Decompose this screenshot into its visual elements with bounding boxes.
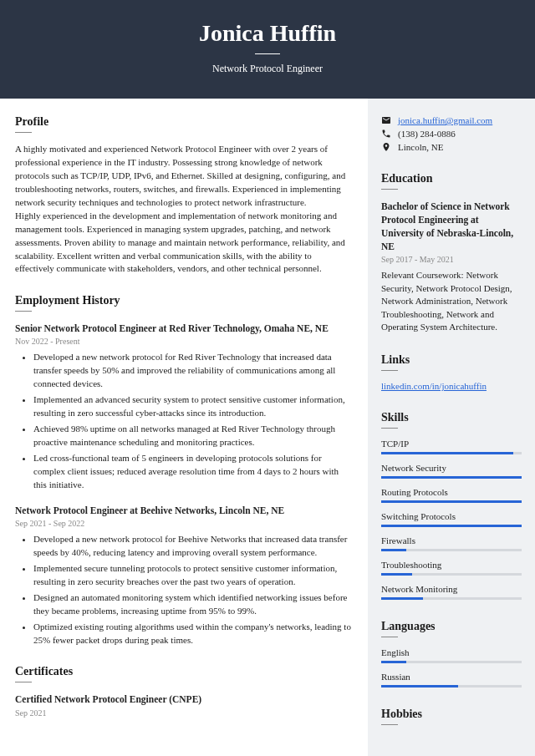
skill-item: Troubleshooting — [381, 560, 522, 576]
skill-fill — [381, 452, 513, 454]
skill-name: English — [381, 647, 522, 657]
job: Senior Network Protocol Engineer at Red … — [15, 322, 353, 491]
main-column: Profile A highly motivated and experienc… — [0, 99, 368, 756]
education-heading: Education — [381, 172, 522, 185]
links-section: Links linkedin.com/in/jonicahuffin — [381, 353, 522, 391]
job-bullet: Developed a new network protocol for Bee… — [33, 533, 353, 560]
location-text: Lincoln, NE — [398, 142, 443, 152]
skill-fill — [381, 685, 458, 688]
employment-section: Employment History Senior Network Protoc… — [15, 294, 353, 647]
skills-section: Skills TCP/IPNetwork SecurityRouting Pro… — [381, 411, 522, 600]
skill-name: Russian — [381, 672, 522, 682]
cert-date: Sep 2021 — [15, 708, 353, 718]
header: Jonica Huffin Network Protocol Engineer — [0, 0, 535, 99]
edu-degree: Bachelor of Science in Network Protocol … — [381, 200, 522, 253]
skill-name: Network Monitoring — [381, 584, 522, 594]
job-bullet: Led cross-functional team of 5 engineers… — [33, 452, 353, 492]
job: Network Protocol Engineer at Beehive Net… — [15, 504, 353, 647]
skill-fill — [381, 661, 406, 663]
job-bullet: Optimized existing routing algorithms us… — [33, 621, 353, 647]
phone-text: (138) 284-0886 — [398, 129, 456, 139]
job-bullets: Developed a new network protocol for Red… — [15, 351, 353, 491]
profile-text: A highly motivated and experienced Netwo… — [15, 143, 353, 276]
skill-item: Firewalls — [381, 535, 522, 551]
skill-item: Russian — [381, 672, 522, 688]
edu-desc: Relevant Coursework: Network Security, N… — [381, 269, 522, 333]
skill-item: Routing Protocols — [381, 487, 522, 503]
links-heading: Links — [381, 353, 522, 367]
linkedin-link[interactable]: linkedin.com/in/jonicahuffin — [381, 381, 487, 391]
contact-location: Lincoln, NE — [381, 142, 522, 152]
phone-icon — [381, 129, 391, 139]
skill-bar — [381, 685, 522, 688]
skill-fill — [381, 476, 522, 479]
skill-fill — [381, 500, 522, 503]
cert-title: Certified Network Protocol Engineer (CNP… — [15, 693, 353, 706]
email-link[interactable]: jonica.huffin@gmail.com — [398, 115, 492, 125]
skill-name: Switching Protocols — [381, 511, 522, 521]
job-bullet: Implemented secure tunneling protocols t… — [33, 562, 353, 589]
skill-item: Switching Protocols — [381, 511, 522, 527]
skill-item: Network Security — [381, 463, 522, 479]
skill-item: English — [381, 647, 522, 663]
skill-bar — [381, 525, 522, 527]
skill-name: Routing Protocols — [381, 487, 522, 497]
skill-fill — [381, 549, 406, 551]
skills-heading: Skills — [381, 411, 522, 424]
skill-name: TCP/IP — [381, 439, 522, 449]
skill-fill — [381, 597, 423, 600]
job-title: Network Protocol Engineer at Beehive Net… — [15, 504, 353, 517]
skill-bar — [381, 661, 522, 663]
skill-item: Network Monitoring — [381, 584, 522, 600]
hobbies-heading: Hobbies — [381, 708, 522, 721]
skill-fill — [381, 573, 412, 576]
edu-date: Sep 2017 - May 2021 — [381, 255, 522, 264]
skill-bar — [381, 573, 522, 576]
contact-section: jonica.huffin@gmail.com (138) 284-0886 L… — [381, 115, 522, 152]
job-bullet: Achieved 98% uptime on all networks mana… — [33, 423, 353, 449]
sidebar: jonica.huffin@gmail.com (138) 284-0886 L… — [368, 99, 535, 756]
contact-email: jonica.huffin@gmail.com — [381, 115, 522, 125]
profile-section: Profile A highly motivated and experienc… — [15, 115, 353, 276]
skill-bar — [381, 597, 522, 600]
skill-item: TCP/IP — [381, 439, 522, 454]
contact-phone: (138) 284-0886 — [381, 129, 522, 139]
certificates-heading: Certificates — [15, 665, 353, 678]
job-bullet: Developed a new network protocol for Red… — [33, 351, 353, 391]
skill-bar — [381, 476, 522, 479]
languages-heading: Languages — [381, 620, 522, 633]
education-section: Education Bachelor of Science in Network… — [381, 172, 522, 333]
skill-name: Network Security — [381, 463, 522, 473]
job-title: Network Protocol Engineer — [0, 63, 535, 75]
skill-bar — [381, 500, 522, 503]
employment-heading: Employment History — [15, 294, 353, 307]
job-date: Nov 2022 - Present — [15, 337, 353, 346]
job-bullets: Developed a new network protocol for Bee… — [15, 533, 353, 647]
skill-name: Firewalls — [381, 535, 522, 545]
email-icon — [381, 115, 391, 125]
hobbies-section: Hobbies — [381, 708, 522, 725]
skill-bar — [381, 452, 522, 454]
job-title: Senior Network Protocol Engineer at Red … — [15, 322, 353, 335]
languages-section: Languages EnglishRussian — [381, 620, 522, 688]
location-icon — [381, 142, 391, 152]
skill-fill — [381, 525, 522, 527]
certificates-section: Certificates Certified Network Protocol … — [15, 665, 353, 717]
job-bullet: Implemented an advanced security system … — [33, 393, 353, 420]
skill-bar — [381, 549, 522, 551]
header-rule — [255, 53, 280, 54]
name: Jonica Huffin — [0, 20, 535, 47]
skill-name: Troubleshooting — [381, 560, 522, 570]
job-bullet: Designed an automated monitoring system … — [33, 591, 353, 618]
job-date: Sep 2021 - Sep 2022 — [15, 519, 353, 528]
profile-heading: Profile — [15, 115, 353, 129]
